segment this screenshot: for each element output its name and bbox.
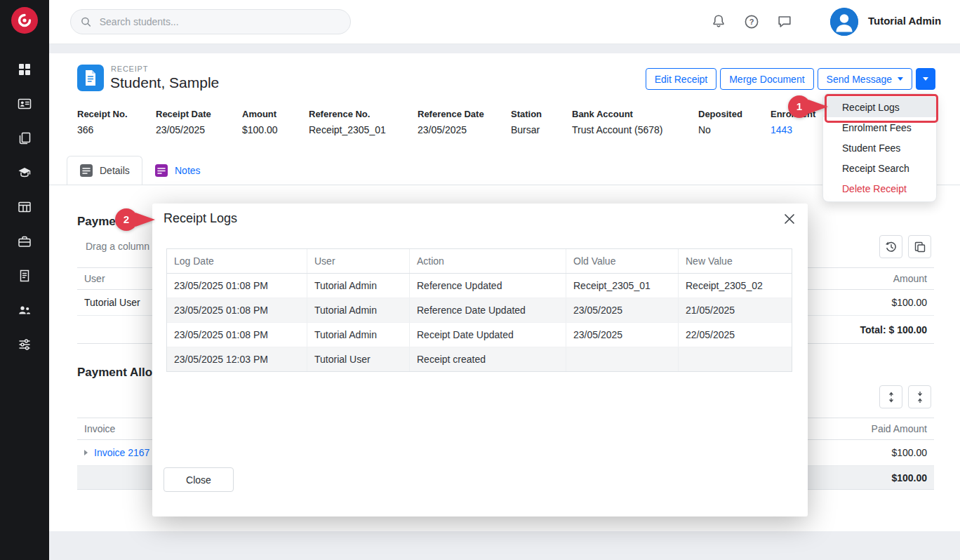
record-type-label: RECEIPT (111, 65, 148, 73)
annotation-number: 2 (124, 213, 129, 225)
column-header-old-value[interactable]: Old Value (566, 249, 679, 273)
invoice-link[interactable]: Invoice 2167 (94, 447, 149, 458)
modal-title: Receipt Logs (164, 211, 237, 226)
log-user: Tutorial User (307, 347, 410, 371)
expand-row-icon[interactable] (84, 450, 88, 455)
sidebar-nav (0, 52, 49, 361)
receipt-field-receipt-date: Receipt Date 23/05/2025 (156, 109, 211, 135)
log-date: 23/05/2025 12:03 PM (167, 347, 307, 371)
receipt-field-station: Station Bursar (511, 109, 542, 135)
column-header-paid-amount[interactable]: Paid Amount (872, 423, 927, 434)
column-chooser-icon (914, 241, 926, 253)
column-header-user[interactable]: User (307, 249, 410, 273)
annotation-step-2: 2 (114, 208, 159, 232)
chevron-down-icon (898, 77, 903, 81)
field-label: Station (511, 109, 542, 119)
tab-details[interactable]: Details (67, 156, 142, 185)
log-table-row: 23/05/2025 01:08 PM Tutorial Admin Refer… (167, 298, 792, 323)
notifications-button[interactable] (709, 13, 728, 31)
merge-document-button[interactable]: Merge Document (720, 68, 813, 90)
log-old-value: 23/05/2025 (566, 298, 679, 322)
sidebar (0, 0, 49, 560)
modal-close-button[interactable] (781, 211, 798, 227)
log-old-value: Receipt_2305_01 (566, 274, 679, 298)
menu-item-receipt-search[interactable]: Receipt Search (823, 158, 936, 178)
field-label: Amount (242, 109, 278, 119)
field-value: $100.00 (242, 124, 278, 135)
messages-button[interactable] (775, 13, 794, 31)
chat-icon (776, 13, 793, 30)
collapse-all-button[interactable] (908, 385, 931, 408)
column-header-amount[interactable]: Amount (893, 273, 927, 284)
menu-item-delete-receipt[interactable]: Delete Receipt (823, 178, 936, 199)
collapse-all-icon (914, 391, 926, 404)
sidebar-item-dashboard[interactable] (0, 52, 49, 86)
column-header-log-date[interactable]: Log Date (167, 249, 307, 273)
sidebar-item-education[interactable] (0, 155, 49, 189)
column-header-invoice[interactable]: Invoice (84, 423, 115, 434)
payment-amount: $100.00 (891, 297, 927, 308)
expand-all-button[interactable] (879, 385, 902, 408)
log-table-row: 23/05/2025 01:08 PM Tutorial Admin Refer… (167, 274, 792, 298)
field-value: 23/05/2025 (418, 124, 484, 135)
dashboard-icon (18, 62, 32, 76)
user-avatar[interactable] (830, 8, 858, 36)
field-label: Receipt No. (77, 109, 128, 119)
search-input[interactable] (98, 15, 340, 28)
log-action: Reference Updated (410, 274, 566, 298)
edit-receipt-button[interactable]: Edit Receipt (646, 68, 716, 90)
column-header-action[interactable]: Action (410, 249, 566, 273)
log-table-row: 23/05/2025 12:03 PM Tutorial User Receip… (167, 347, 792, 371)
more-actions-button[interactable] (916, 68, 935, 90)
log-table: Log Date User Action Old Value New Value… (166, 248, 792, 372)
field-value: Bursar (511, 124, 542, 135)
expand-all-icon (885, 391, 898, 404)
education-icon (18, 166, 32, 180)
table-icon (18, 200, 32, 214)
page-title: Student, Sample (110, 74, 219, 91)
payments-total: Total: $ 100.00 (860, 324, 927, 335)
sidebar-item-briefcase[interactable] (0, 224, 49, 258)
column-header-new-value[interactable]: New Value (679, 249, 792, 273)
svg-text:?: ? (749, 18, 754, 26)
column-header-user[interactable]: User (84, 273, 105, 284)
sidebar-item-people[interactable] (0, 293, 49, 327)
menu-item-student-fees[interactable]: Student Fees (823, 138, 936, 158)
log-new-value: 22/05/2025 (679, 323, 792, 347)
filters-icon (18, 338, 32, 352)
people-icon (18, 303, 32, 317)
log-new-value (679, 347, 792, 371)
sidebar-item-settings[interactable] (0, 327, 49, 361)
enrolment-link[interactable]: 1443 (771, 124, 815, 135)
help-button[interactable]: ? (742, 13, 761, 31)
notes-icon (154, 164, 168, 178)
log-new-value: Receipt_2305_02 (679, 274, 792, 298)
receipt-field-reference-date: Reference Date 23/05/2025 (418, 109, 484, 135)
log-old-value: 23/05/2025 (566, 323, 679, 347)
log-table-header: Log Date User Action Old Value New Value (167, 249, 792, 274)
send-message-button[interactable]: Send Message (818, 68, 912, 90)
sidebar-item-tables[interactable] (0, 189, 49, 224)
close-icon (783, 213, 796, 225)
payment-history-button[interactable] (879, 235, 902, 258)
close-button[interactable]: Close (164, 467, 234, 492)
app-logo[interactable] (11, 7, 38, 34)
sidebar-item-documents[interactable] (0, 121, 49, 155)
log-old-value (566, 347, 679, 371)
receipt-field-reference-no: Reference No. Receipt_2305_01 (309, 109, 386, 135)
column-chooser-button[interactable] (908, 235, 931, 258)
allocation-amount: $100.00 (891, 447, 927, 458)
tab-details-label: Details (100, 165, 130, 176)
tab-notes[interactable]: Notes (142, 156, 213, 185)
sidebar-item-billing[interactable] (0, 258, 49, 293)
menu-item-enrolment-fees[interactable]: Enrolment Fees (823, 117, 936, 138)
field-value: Trust Account (5678) (572, 124, 662, 135)
menu-item-receipt-logs[interactable]: Receipt Logs (823, 97, 936, 117)
field-label: Reference Date (418, 109, 484, 119)
log-action: Receipt created (410, 347, 566, 371)
field-label: Receipt Date (156, 109, 211, 119)
receipt-field-amount: Amount $100.00 (242, 109, 278, 135)
search-bar (70, 9, 351, 34)
sidebar-item-contacts[interactable] (0, 86, 49, 121)
log-user: Tutorial Admin (307, 323, 410, 347)
